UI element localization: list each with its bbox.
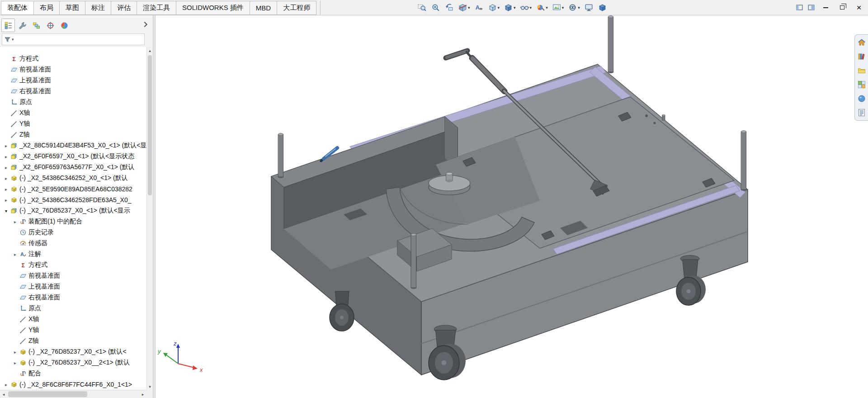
tree-item[interactable]: ▸_X2_6F0F659763A5677F_X0_<1> (默认 [0,162,146,173]
tree-expand-arrow-icon[interactable]: ▸ [3,165,9,170]
horizontal-scrollbar[interactable]: ◂ ▸ [0,390,146,398]
view-palette-icon[interactable] [857,80,866,89]
menu-tab-6[interactable]: 渲染工具 [137,1,176,15]
menu-tab-1[interactable]: 装配体 [1,1,34,15]
annotation-view-button[interactable]: A [473,2,485,13]
display-style-button[interactable]: ▾ [502,2,517,13]
tree-item[interactable]: 配合 [0,368,146,379]
dropdown-caret-icon[interactable]: ▾ [546,5,548,10]
menu-tab-9[interactable]: 大工程师 [277,1,316,15]
tree-expand-arrow-icon[interactable]: ▸ [3,198,9,203]
dropdown-caret-icon[interactable]: ▾ [562,5,564,10]
dropdown-caret-icon[interactable]: ▾ [498,5,500,10]
3d-views-button[interactable] [596,2,609,13]
filter-caret-icon[interactable]: ▾ [12,37,14,42]
panel-flyout-button[interactable] [142,21,150,29]
tree-expand-arrow-icon[interactable]: ▸ [3,187,9,192]
custom-properties-icon[interactable] [857,108,866,117]
tree-expand-arrow-icon[interactable]: ▸ [3,143,9,148]
previous-view-button[interactable] [443,2,455,13]
graphics-viewport[interactable]: z x y [156,15,868,398]
property-manager-tab[interactable] [15,19,29,32]
design-library-icon[interactable] [857,52,866,61]
tree-expand-arrow-icon[interactable]: ▸ [3,154,9,159]
restore-button[interactable] [836,2,849,14]
tree-item[interactable]: ▸(-) _X2_76D85237_X0_<1> (默认< [0,346,146,357]
menu-tab-7[interactable]: SOLIDWORKS 插件 [176,1,250,15]
zoom-fit-button[interactable] [416,2,428,13]
filter-icon[interactable] [4,36,11,43]
tree-item[interactable]: 右视基准面 [0,86,146,97]
tree-item[interactable]: ▸(-) _X2_8F6C8F6F7FC44FF6_X0_1<1> [0,379,146,390]
tree-item[interactable]: ▸装配图(1) 中的配合 [0,216,146,227]
tree-item[interactable]: 历史记录 [0,227,146,238]
tree-expand-arrow-icon[interactable]: ▸ [12,350,19,355]
tree-expand-arrow-icon[interactable]: ▸ [3,382,9,387]
scroll-down-arrow-icon[interactable]: ▾ [147,383,153,390]
hide-show-items-button[interactable]: ▾ [519,2,533,13]
tree-item[interactable]: X轴 [0,108,146,118]
minimize-button[interactable] [819,2,832,14]
tree-item[interactable]: 前视基准面 [0,64,146,75]
tree-expand-arrow-icon[interactable]: ▸ [3,176,9,181]
assembly-model[interactable]: z x y [156,15,861,398]
tree-item[interactable]: ▸(-) _X2_54386C346252_X0_<1> (默认 [0,173,146,184]
scroll-left-arrow-icon[interactable]: ◂ [0,390,7,398]
tree-item[interactable]: 上视基准面 [0,281,146,292]
configuration-manager-tab[interactable] [29,19,43,32]
tree-item[interactable]: 传感器 [0,238,146,249]
view-settings-button[interactable]: ▾ [566,2,581,13]
dropdown-caret-icon[interactable]: ▾ [530,5,532,10]
tree-item[interactable]: ▸_X2_88C5914D4E3B4F53_X0_<1> (默认<显示状态 [0,140,146,151]
tree-item[interactable]: ▸(-) _X2_76D85237_X0__2<1> (默认 [0,357,146,368]
tree-expand-arrow-icon[interactable]: ▾ [3,208,9,213]
tree-expand-arrow-icon[interactable]: ▸ [12,219,19,224]
apply-scene-button[interactable]: ▾ [551,2,566,13]
close-button[interactable]: × [853,2,865,14]
menu-tab-8[interactable]: MBD [250,1,277,15]
tree-item[interactable]: ▸_X2_6F0F6597_X0_<1> (默认<显示状态 [0,151,146,162]
feature-manager-tab[interactable] [1,19,15,32]
tree-item[interactable]: 原点 [0,303,146,314]
section-view-button[interactable]: ▾ [457,2,472,13]
tree-expand-arrow-icon[interactable]: ▸ [12,360,19,365]
display-manager-tab[interactable] [57,19,71,32]
scroll-right-arrow-icon[interactable]: ▸ [139,390,146,398]
tree-item[interactable]: Y轴 [0,118,146,129]
edit-appearance-button[interactable]: ▾ [534,2,549,13]
appearances-scenes-icon[interactable] [857,94,866,103]
menu-tab-3[interactable]: 草图 [60,1,85,15]
file-explorer-icon[interactable] [857,66,866,75]
float-pane-icon[interactable] [807,4,815,11]
tree-item[interactable]: 右视基准面 [0,292,146,303]
tree-item[interactable]: ▾(-) _X2_76D85237_X0_<1> (默认<显示 [0,205,146,216]
home-icon[interactable] [857,38,866,47]
tree-item[interactable]: 原点 [0,97,146,108]
tree-item[interactable]: X轴 [0,314,146,325]
tree-item[interactable]: Y轴 [0,325,146,336]
menu-tab-5[interactable]: 评估 [111,1,137,15]
vertical-scroll-thumb[interactable] [148,55,152,195]
dropdown-caret-icon[interactable]: ▾ [468,5,470,10]
tree-item[interactable]: 前视基准面 [0,270,146,281]
dimxpert-manager-tab[interactable] [43,19,57,32]
menu-tab-4[interactable]: 标注 [85,1,111,15]
tree-item[interactable]: Z轴 [0,129,146,140]
tree-item[interactable]: 上视基准面 [0,75,146,86]
tree-item[interactable]: ▸A注解 [0,249,146,260]
dropdown-caret-icon[interactable]: ▾ [514,5,516,10]
tree-item[interactable]: Z轴 [0,336,146,346]
dock-pane-icon[interactable] [796,4,803,11]
tree-item[interactable]: ▸(-) _X2_5E9590E89AD85EA68C038282 [0,184,146,194]
tree-expand-arrow-icon[interactable]: ▸ [12,252,19,257]
menu-tab-2[interactable]: 布局 [34,1,60,15]
dropdown-caret-icon[interactable]: ▾ [578,5,580,10]
view-orientation-button[interactable]: ▾ [486,2,501,13]
horizontal-scroll-thumb[interactable] [8,391,87,397]
tree-item[interactable]: Σ方程式 [0,53,146,64]
tree-item[interactable]: ▸(-) _X2_54386C3462528FDE63A5_X0_ [0,194,146,205]
tree-item[interactable]: Σ方程式 [0,260,146,270]
zoom-area-button[interactable] [429,2,442,13]
vertical-scrollbar[interactable]: ▴ ▾ [146,47,153,390]
scroll-up-arrow-icon[interactable]: ▴ [147,47,153,54]
